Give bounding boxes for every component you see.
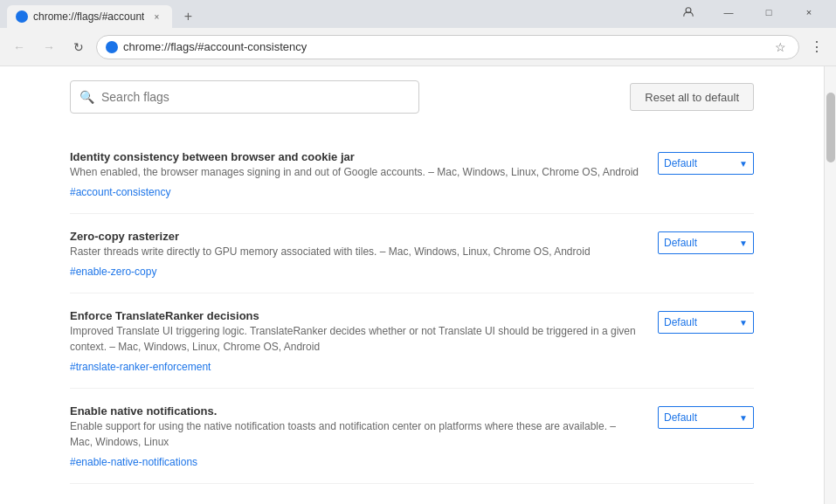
chevron-down-icon: ▼ <box>739 238 748 248</box>
flag-select-value: Default <box>664 157 697 169</box>
search-bar-container: 🔍 Reset all to default <box>70 80 754 114</box>
flag-text: Enforce TranslateRanker decisions Improv… <box>70 307 640 374</box>
flag-description: When enabled, the browser manages signin… <box>70 164 640 180</box>
flag-select-value: Default <box>664 316 697 328</box>
flags-content: 🔍 Reset all to default Identity consiste… <box>0 66 824 504</box>
flag-select-value: Default <box>664 237 697 249</box>
flag-description: Enable support for using the native noti… <box>70 418 640 450</box>
address-text: chrome://flags/#account-consistency <box>123 40 766 53</box>
scrollbar-thumb[interactable] <box>826 93 835 162</box>
flag-select-0[interactable]: Default ▼ <box>658 152 754 175</box>
new-tab-button[interactable]: + <box>176 5 200 28</box>
scrollbar[interactable] <box>824 66 836 504</box>
search-bar: 🔍 <box>70 80 419 114</box>
flag-link[interactable]: #translate-ranker-enforcement <box>70 361 211 373</box>
chevron-down-icon: ▼ <box>739 159 748 169</box>
titlebar: chrome://flags/#account × + — □ × <box>0 0 836 28</box>
flag-item: Identity consistency between browser and… <box>70 135 754 214</box>
flag-text: Zero-copy rasterizer Raster threads writ… <box>70 228 640 279</box>
flag-item: Enable native notifications. Enable supp… <box>70 389 754 484</box>
page: 🔍 Reset all to default Identity consiste… <box>0 66 836 504</box>
site-icon <box>106 41 118 53</box>
browser-tab[interactable]: chrome://flags/#account × <box>7 5 172 28</box>
flag-description: Raster threads write directly to GPU mem… <box>70 244 640 259</box>
flag-list: Identity consistency between browser and… <box>70 135 754 484</box>
flag-title: Identity consistency between browser and… <box>70 150 355 163</box>
bookmark-button[interactable]: ☆ <box>771 40 790 54</box>
flag-text: Enable native notifications. Enable supp… <box>70 403 640 469</box>
tab-title: chrome://flags/#account <box>33 10 144 23</box>
flag-link[interactable]: #account-consistency <box>70 186 170 198</box>
flag-select-2[interactable]: Default ▼ <box>658 311 754 334</box>
reset-all-button[interactable]: Reset all to default <box>630 83 754 111</box>
search-icon: 🔍 <box>79 90 94 104</box>
flag-title: Enforce TranslateRanker decisions <box>70 309 259 322</box>
flag-link[interactable]: #enable-native-notifications <box>70 456 197 468</box>
reload-button[interactable]: ↻ <box>66 35 91 59</box>
address-bar[interactable]: chrome://flags/#account-consistency ☆ <box>96 35 799 59</box>
flag-link[interactable]: #enable-zero-copy <box>70 266 156 278</box>
minimize-button[interactable]: — <box>708 0 749 24</box>
toolbar: ← → ↻ chrome://flags/#account-consistenc… <box>0 28 836 66</box>
close-button[interactable]: × <box>789 0 829 24</box>
flag-select-3[interactable]: Default ▼ <box>658 406 754 429</box>
tab-favicon <box>16 10 28 23</box>
flag-select-value: Default <box>664 411 697 424</box>
search-input[interactable] <box>101 90 410 104</box>
profile-button[interactable] <box>668 0 708 24</box>
flag-item: Zero-copy rasterizer Raster threads writ… <box>70 214 754 293</box>
flag-item: Enforce TranslateRanker decisions Improv… <box>70 293 754 389</box>
tab-close-button[interactable]: × <box>149 10 163 24</box>
menu-button[interactable]: ⋮ <box>805 35 829 59</box>
chevron-down-icon: ▼ <box>739 413 748 423</box>
flag-description: Improved Translate UI triggering logic. … <box>70 323 640 355</box>
flag-title: Zero-copy rasterizer <box>70 230 179 243</box>
flag-text: Identity consistency between browser and… <box>70 148 640 199</box>
forward-button[interactable]: → <box>37 35 61 59</box>
back-button[interactable]: ← <box>7 35 31 59</box>
flag-select-1[interactable]: Default ▼ <box>658 231 754 254</box>
maximize-button[interactable]: □ <box>749 0 789 24</box>
window-controls: — □ × <box>668 0 829 28</box>
chevron-down-icon: ▼ <box>739 318 748 328</box>
flag-title: Enable native notifications. <box>70 404 217 418</box>
